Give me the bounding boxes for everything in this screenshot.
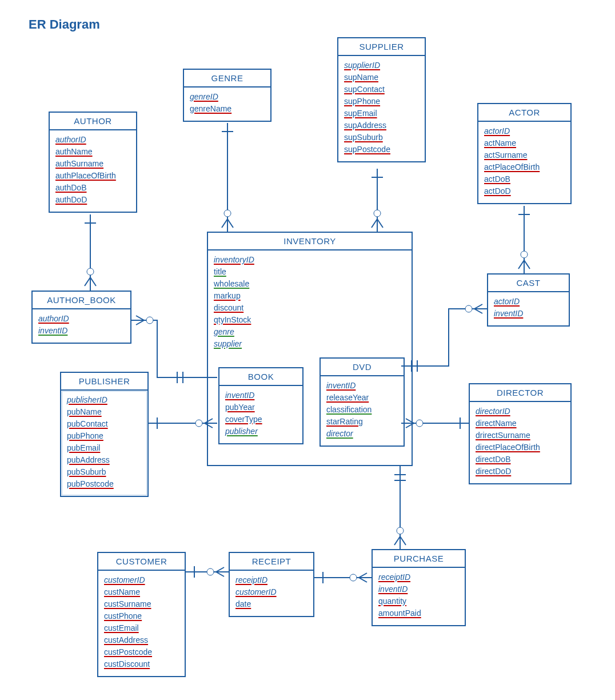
attr: custSurname <box>104 598 179 610</box>
attr: quantity <box>378 595 459 607</box>
attr: publisherID <box>67 394 142 406</box>
attr: custAddress <box>104 634 179 646</box>
attr: supEmail <box>344 108 419 120</box>
svg-point-27 <box>397 527 404 534</box>
entity-genre: GENRE genreID genreName <box>183 69 271 122</box>
attr: directDoD <box>476 466 565 478</box>
attr: inventoryID <box>214 254 406 266</box>
attr: markup <box>214 290 406 302</box>
attr: authName <box>55 146 130 158</box>
attr: actDoB <box>484 173 565 185</box>
attr: pubSuburb <box>67 466 142 478</box>
attr: custName <box>104 586 179 598</box>
attr: wholesale <box>214 278 406 290</box>
attr: genreName <box>190 103 265 115</box>
entity-genre-title: GENRE <box>184 70 270 88</box>
entity-supplier: SUPPLIER supplierID supName supContact s… <box>337 37 426 162</box>
attr: pubContact <box>67 418 142 430</box>
attr: receiptID <box>378 571 459 583</box>
attr: custEmail <box>104 622 179 634</box>
attr: director <box>326 428 398 440</box>
attr: inventID <box>38 325 125 337</box>
entity-cast-title: CAST <box>488 275 569 292</box>
svg-point-18 <box>465 305 472 312</box>
attr: directPlaceOfBirth <box>476 442 565 454</box>
attr: customerID <box>104 574 179 586</box>
attr: authorID <box>38 313 125 325</box>
svg-point-11 <box>521 251 528 258</box>
attr: date <box>235 598 308 610</box>
attr: directorID <box>476 405 565 417</box>
entity-dvd-title: DVD <box>321 359 404 376</box>
attr: coverType <box>225 413 297 425</box>
entity-author-book-title: AUTHOR_BOOK <box>33 292 130 309</box>
entity-publisher: PUBLISHER publisherID pubName pubContact… <box>60 372 149 497</box>
svg-point-17 <box>195 420 202 427</box>
attr: inventID <box>494 308 563 320</box>
svg-point-33 <box>207 568 214 575</box>
attr: authPlaceOfBirth <box>55 170 130 182</box>
attr: pubName <box>67 406 142 418</box>
entity-actor: ACTOR actorID actName actSurname actPlac… <box>477 103 572 204</box>
page-title: ER Diagram <box>29 17 100 32</box>
entity-supplier-title: SUPPLIER <box>338 38 425 56</box>
attr: authDoB <box>55 182 130 194</box>
attr: supAddress <box>344 120 419 132</box>
attr: pubPostcode <box>67 478 142 490</box>
entity-book-title: BOOK <box>219 368 302 386</box>
attr: directName <box>476 417 565 429</box>
attr: supSuburb <box>344 132 419 144</box>
attr: supName <box>344 71 419 83</box>
entity-customer-title: CUSTOMER <box>98 553 185 571</box>
entity-inventory: INVENTORY inventoryID title wholesale ma… <box>207 232 413 466</box>
attr: customerID <box>235 586 308 598</box>
attr: genreID <box>190 91 265 103</box>
attr: custPhone <box>104 610 179 622</box>
attr: publisher <box>225 425 297 438</box>
attr: genre <box>214 326 406 338</box>
entity-dvd: DVD inventID releaseYear classification … <box>320 357 405 447</box>
attr: starRating <box>326 416 398 428</box>
entity-receipt-title: RECEIPT <box>230 553 313 571</box>
attr: supplier <box>214 338 406 350</box>
entity-director: DIRECTOR directorID directName drirectSu… <box>469 383 572 484</box>
attr: pubAddress <box>67 454 142 466</box>
attr: authDoD <box>55 194 130 206</box>
svg-point-12 <box>146 317 153 324</box>
attr: title <box>214 266 406 278</box>
attr: classification <box>326 404 398 416</box>
attr: actDoD <box>484 185 565 197</box>
svg-point-23 <box>416 420 423 427</box>
attr: drirectSurname <box>476 429 565 442</box>
attr: directDoB <box>476 454 565 466</box>
attr: custDiscount <box>104 658 179 670</box>
attr: authorID <box>55 134 130 146</box>
entity-inventory-title: INVENTORY <box>208 233 412 250</box>
attr: supContact <box>344 83 419 96</box>
entity-receipt: RECEIPT receiptID customerID date <box>229 552 314 617</box>
attr: inventID <box>326 380 398 392</box>
entity-director-title: DIRECTOR <box>470 384 570 402</box>
attr: releaseYear <box>326 392 398 404</box>
entity-author-book: AUTHOR_BOOK authorID inventID <box>31 291 131 344</box>
attr: actorID <box>484 125 565 137</box>
svg-point-5 <box>224 210 231 217</box>
entity-author-title: AUTHOR <box>50 113 136 130</box>
attr: qtyInStock <box>214 314 406 326</box>
attr: custPostcode <box>104 646 179 658</box>
entity-actor-title: ACTOR <box>478 104 570 122</box>
entity-author: AUTHOR authorID authName authSurname aut… <box>49 112 137 213</box>
attr: supPostcode <box>344 144 419 156</box>
entity-publisher-title: PUBLISHER <box>61 373 147 391</box>
entity-purchase: PURCHASE receiptID inventID quantity amo… <box>372 549 466 626</box>
attr: receiptID <box>235 574 308 586</box>
entity-customer: CUSTOMER customerID custName custSurname… <box>97 552 186 677</box>
svg-point-8 <box>374 210 381 217</box>
attr: inventID <box>225 389 297 401</box>
attr: discount <box>214 302 406 314</box>
attr: supPhone <box>344 96 419 108</box>
entity-cast: CAST actorID inventID <box>487 273 570 327</box>
attr: inventID <box>378 583 459 595</box>
attr: pubYear <box>225 401 297 413</box>
svg-point-30 <box>350 574 357 581</box>
